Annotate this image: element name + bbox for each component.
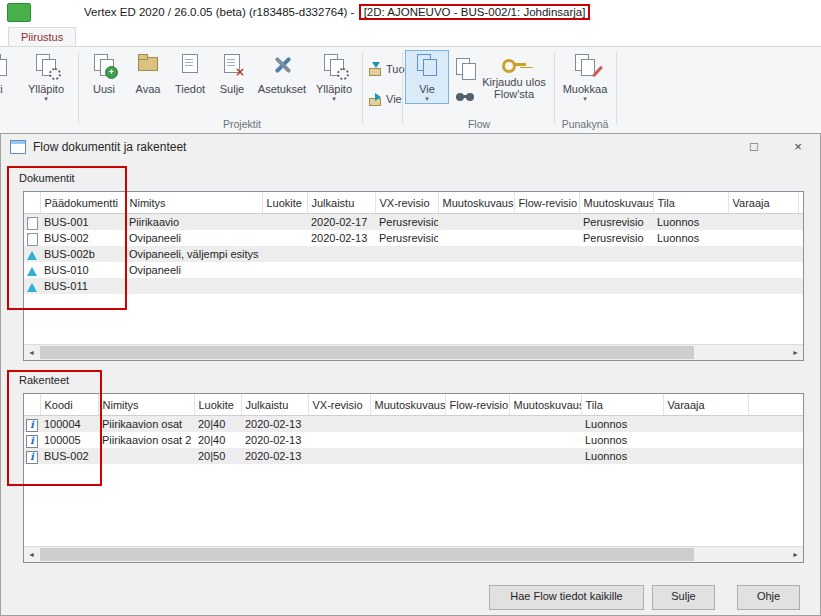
- documents-section-label: Dokumentit: [19, 172, 75, 184]
- scroll-right-icon[interactable]: ►: [788, 547, 803, 562]
- column-header[interactable]: Muutoskuvaus: [509, 394, 581, 416]
- table-cell: 20|50: [194, 448, 241, 464]
- table-cell: [370, 432, 445, 448]
- table-cell: [728, 262, 798, 278]
- chevron-down-icon: ▾: [310, 95, 358, 103]
- info-icon: [26, 435, 38, 448]
- table-cell: [728, 278, 798, 294]
- key-icon: [502, 59, 526, 71]
- column-header-blank[interactable]: [798, 192, 804, 214]
- table-row[interactable]: BUS-010Ovipaneeli: [24, 262, 804, 278]
- column-header[interactable]: Muutoskuvaus: [438, 192, 514, 214]
- table-cell: [509, 448, 581, 464]
- document-info-icon: [177, 54, 204, 81]
- column-header[interactable]: Flow-revisio: [445, 394, 509, 416]
- ohje-button[interactable]: Ohje: [737, 585, 800, 610]
- scroll-thumb[interactable]: [40, 346, 694, 359]
- muokkaa-button[interactable]: Muokkaa ▾: [558, 51, 612, 103]
- table-cell: [375, 246, 438, 262]
- table-cell: BUS-011: [40, 278, 125, 294]
- plus-icon: [105, 66, 118, 79]
- column-header-blank[interactable]: [748, 394, 804, 416]
- edit-pages-icon: [572, 54, 599, 81]
- table-row[interactable]: 100004Piirikaavion osat20|402020-02-13Lu…: [24, 416, 804, 433]
- scroll-left-icon[interactable]: ◄: [24, 547, 39, 562]
- column-header[interactable]: Muutoskuvaus: [370, 394, 445, 416]
- column-header[interactable]: VX-revisio: [308, 394, 370, 416]
- column-header[interactable]: VX-revisio: [375, 192, 438, 214]
- model-icon: [27, 251, 37, 260]
- structures-hscrollbar[interactable]: ◄ ►: [24, 546, 803, 562]
- table-cell: Perusrevisio: [375, 214, 438, 231]
- uusi-button[interactable]: Uusi: [82, 51, 126, 95]
- column-header[interactable]: Muutoskuvaus: [579, 192, 653, 214]
- yllapito-button[interactable]: Ylläpito ▾: [310, 51, 358, 103]
- pages-icon: [0, 54, 11, 81]
- column-header[interactable]: Flow-revisio: [514, 192, 579, 214]
- column-header[interactable]: Julkaistu: [241, 394, 308, 416]
- title-annotation: [2D: AJONEUVO - BUS-002/1: Johdinsarja]: [359, 4, 591, 20]
- flow-pages-button[interactable]: [452, 55, 478, 81]
- table-row[interactable]: 100005Piirikaavion osat 220|402020-02-13…: [24, 432, 804, 448]
- column-header[interactable]: Luokite: [194, 394, 241, 416]
- table-cell: Ovipaneeli: [125, 262, 262, 278]
- documents-hscrollbar[interactable]: ◄ ►: [24, 344, 803, 360]
- table-cell: Perusrevisio: [375, 230, 438, 246]
- tiedot-button[interactable]: Tiedot: [168, 51, 212, 95]
- table-row[interactable]: BUS-002Ovipaneeli2020-02-13PerusrevisioP…: [24, 230, 804, 246]
- group-divider: [616, 52, 617, 124]
- vie-small-button[interactable]: Vie: [368, 91, 402, 107]
- dialog-titlebar[interactable]: Flow dokumentit ja rakenteet □ ×: [1, 134, 820, 160]
- table-cell: [375, 278, 438, 294]
- table-cell: [728, 230, 798, 246]
- column-header-blank[interactable]: [24, 192, 40, 214]
- column-header[interactable]: Nimitys: [98, 394, 194, 416]
- table-cell: BUS-001: [40, 214, 125, 231]
- table-cell: [438, 246, 514, 262]
- tuo-button[interactable]: Tuo: [368, 61, 405, 77]
- ribbon-button-yllapito-left[interactable]: Ylläpito ▾: [18, 51, 74, 103]
- hae-flow-tiedot-button[interactable]: Hae Flow tiedot kaikille: [489, 585, 644, 610]
- app-logo-icon[interactable]: [7, 3, 31, 22]
- column-header[interactable]: Nimitys: [125, 192, 262, 214]
- table-cell: [445, 448, 509, 464]
- table-cell: [307, 278, 375, 294]
- group-label-flow: Flow: [406, 118, 552, 130]
- table-row[interactable]: BUS-002bOvipaneeli, väljempi esitys: [24, 246, 804, 262]
- table-cell: [262, 214, 307, 231]
- column-header[interactable]: Tila: [581, 394, 663, 416]
- tab-piirustus[interactable]: Piirustus: [8, 27, 76, 47]
- avaa-button[interactable]: Avaa: [126, 51, 170, 95]
- table-cell: [125, 278, 262, 294]
- asetukset-button[interactable]: Asetukset: [254, 51, 310, 95]
- column-header[interactable]: Julkaistu: [307, 192, 375, 214]
- table-cell: [262, 262, 307, 278]
- scroll-left-icon[interactable]: ◄: [24, 345, 39, 360]
- close-button[interactable]: ×: [776, 134, 820, 160]
- ribbon-tab-row: Piirustus: [0, 27, 821, 46]
- chevron-down-icon: ▾: [18, 95, 74, 103]
- column-header-blank[interactable]: [24, 394, 40, 416]
- column-header[interactable]: Luokite: [262, 192, 307, 214]
- column-header[interactable]: Päädokumentti: [40, 192, 125, 214]
- sulje-button-dialog[interactable]: Sulje: [652, 585, 715, 610]
- table-cell: 100004: [40, 416, 98, 433]
- ribbon-button-label: Sulje: [210, 83, 254, 95]
- table-row[interactable]: BUS-011: [24, 278, 804, 294]
- ribbon-button-partial[interactable]: nti: [0, 51, 20, 95]
- column-header[interactable]: Koodi: [40, 394, 98, 416]
- table-row[interactable]: BUS-001Piirikaavio2020-02-17Perusrevisio…: [24, 214, 804, 231]
- table-row[interactable]: BUS-00220|502020-02-13Luonnos: [24, 448, 804, 464]
- column-header[interactable]: Varaaja: [663, 394, 748, 416]
- maximize-button[interactable]: □: [732, 134, 776, 160]
- search-flow-button[interactable]: [452, 89, 478, 109]
- vie-button[interactable]: Vie ▾: [405, 50, 449, 104]
- open-folder-icon: [135, 54, 162, 81]
- scroll-thumb[interactable]: [40, 548, 694, 561]
- kirjaudu-ulos-button[interactable]: Kirjaudu ulos Flow'sta: [478, 51, 550, 100]
- sulje-button[interactable]: Sulje: [210, 51, 254, 95]
- column-header[interactable]: Tila: [653, 192, 728, 214]
- column-header[interactable]: Varaaja: [728, 192, 798, 214]
- scroll-right-icon[interactable]: ►: [788, 345, 803, 360]
- table-cell: 2020-02-13: [241, 416, 308, 433]
